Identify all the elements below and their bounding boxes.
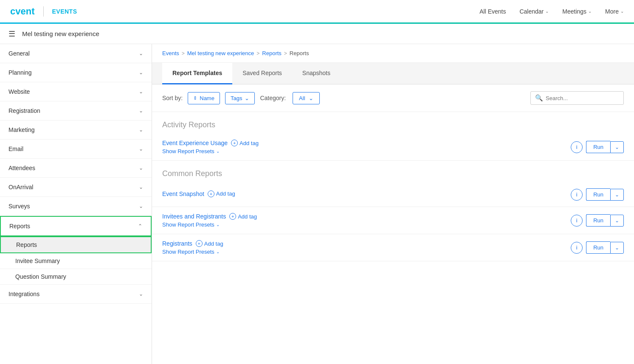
add-tag-registrants[interactable]: + Add tag <box>196 240 223 247</box>
search-input[interactable] <box>546 95 619 101</box>
report-actions-registrants: i Run ⌄ <box>571 241 624 254</box>
search-icon: 🔍 <box>535 94 543 102</box>
main-content: Events > Mel testing new experience > Re… <box>152 44 634 364</box>
report-row-registrants: Registrants + Add tag Show Report Preset… <box>152 234 634 261</box>
integrations-chevron-icon: ⌄ <box>139 291 143 297</box>
sort-label: Sort by: <box>162 95 183 101</box>
reports-chevron-icon: ⌃ <box>138 223 142 229</box>
run-dropdown-event-experience-usage[interactable]: ⌄ <box>610 141 624 153</box>
run-button-registrants[interactable]: Run <box>586 241 610 254</box>
report-content-event-snapshot: Event Snapshot + Add tag <box>162 190 571 199</box>
sidebar-item-surveys[interactable]: Surveys ⌄ <box>0 197 152 216</box>
tabs-bar: Report Templates Saved Reports Snapshots <box>152 63 634 84</box>
breadcrumb-sep-3: > <box>284 50 287 56</box>
add-tag-circle-icon-snapshot: + <box>208 190 214 197</box>
sidebar-item-registration[interactable]: Registration ⌄ <box>0 101 152 120</box>
section-common-reports: Common Reports <box>152 161 634 182</box>
report-row-event-snapshot: Event Snapshot + Add tag i Run ⌄ <box>152 182 634 207</box>
nav-calendar[interactable]: Calendar ⌄ <box>519 8 549 15</box>
sidebar-subitem-invitee-summary[interactable]: Invitee Summary <box>0 253 152 269</box>
info-button-invitees-registrants[interactable]: i <box>571 215 583 227</box>
tab-report-templates[interactable]: Report Templates <box>162 63 232 84</box>
surveys-chevron-icon: ⌄ <box>139 203 143 209</box>
subheader-title: Mel testing new experience <box>22 30 99 37</box>
add-tag-circle-icon: + <box>231 140 238 146</box>
more-chevron-icon: ⌄ <box>620 9 624 14</box>
sidebar-subitem-reports[interactable]: Reports <box>0 236 152 253</box>
report-actions-event-snapshot: i Run ⌄ <box>571 188 624 201</box>
sidebar-item-attendees[interactable]: Attendees ⌄ <box>0 159 152 178</box>
add-tag-circle-icon-invitees: + <box>229 213 236 220</box>
breadcrumb: Events > Mel testing new experience > Re… <box>152 44 634 63</box>
logo-vent: vent <box>15 6 34 17</box>
nav-meetings[interactable]: Meetings ⌄ <box>562 8 592 15</box>
sidebar: General ⌄ Planning ⌄ Website ⌄ Registrat… <box>0 44 152 364</box>
sidebar-item-planning[interactable]: Planning ⌄ <box>0 63 152 82</box>
presets-chevron-icon-invitees: ⌄ <box>216 222 220 227</box>
info-button-registrants[interactable]: i <box>571 242 583 254</box>
tags-dropdown[interactable]: Tags ⌄ <box>225 92 255 104</box>
tab-saved-reports[interactable]: Saved Reports <box>232 63 292 84</box>
planning-chevron-icon: ⌄ <box>139 70 143 76</box>
report-row-event-experience-usage: Event Experience Usage + Add tag Show Re… <box>152 134 634 161</box>
breadcrumb-mel[interactable]: Mel testing new experience <box>187 50 254 56</box>
logo-c: c <box>10 6 15 17</box>
report-name-invitees-registrants[interactable]: Invitees and Registrants <box>162 213 226 220</box>
report-actions-event-experience-usage: i Run ⌄ <box>571 141 624 153</box>
report-actions-invitees-registrants: i Run ⌄ <box>571 214 624 227</box>
nav-more[interactable]: More ⌄ <box>605 8 624 15</box>
show-presets-invitees-registrants[interactable]: Show Report Presets ⌄ <box>162 221 571 228</box>
marketing-chevron-icon: ⌄ <box>139 127 143 133</box>
sidebar-item-website[interactable]: Website ⌄ <box>0 82 152 101</box>
report-name-event-experience-usage[interactable]: Event Experience Usage <box>162 140 228 146</box>
breadcrumb-sep-2: > <box>256 50 259 56</box>
sidebar-item-general[interactable]: General ⌄ <box>0 44 152 63</box>
nav-links: All Events Calendar ⌄ Meetings ⌄ More ⌄ <box>479 8 624 15</box>
run-group-event-snapshot: Run ⌄ <box>586 188 624 201</box>
sidebar-item-reports-parent[interactable]: Reports ⌃ <box>0 216 152 236</box>
breadcrumb-reports-2: Reports <box>290 50 309 56</box>
breadcrumb-events[interactable]: Events <box>162 50 179 56</box>
run-dropdown-registrants[interactable]: ⌄ <box>610 242 624 254</box>
filters-bar: Sort by: ⇕ Name Tags ⌄ Category: All ⌄ 🔍 <box>152 84 634 112</box>
sidebar-item-email[interactable]: Email ⌄ <box>0 140 152 159</box>
category-label: Category: <box>260 95 286 101</box>
meetings-chevron-icon: ⌄ <box>588 9 592 14</box>
add-tag-circle-icon-registrants: + <box>196 240 203 247</box>
hamburger-icon[interactable]: ☰ <box>8 29 15 39</box>
info-button-event-experience-usage[interactable]: i <box>571 141 583 153</box>
add-tag-event-snapshot[interactable]: + Add tag <box>208 190 235 197</box>
show-presets-event-experience-usage[interactable]: Show Report Presets ⌄ <box>162 148 571 154</box>
report-content-registrants: Registrants + Add tag Show Report Preset… <box>162 240 571 255</box>
sort-icon: ⇕ <box>193 95 197 101</box>
sort-name-button[interactable]: ⇕ Name <box>188 92 220 104</box>
logo-area: cvent EVENTS <box>10 6 77 17</box>
report-name-event-snapshot[interactable]: Event Snapshot <box>162 190 204 197</box>
run-group-invitees-registrants: Run ⌄ <box>586 214 624 227</box>
sidebar-item-marketing[interactable]: Marketing ⌄ <box>0 120 152 140</box>
section-activity-reports: Activity Reports <box>152 112 634 134</box>
subheader: ☰ Mel testing new experience <box>0 24 634 44</box>
sidebar-subitem-question-summary[interactable]: Question Summary <box>0 269 152 285</box>
run-button-event-experience-usage[interactable]: Run <box>586 141 610 153</box>
report-name-registrants[interactable]: Registrants <box>162 240 192 247</box>
run-dropdown-invitees-registrants[interactable]: ⌄ <box>610 215 624 227</box>
email-chevron-icon: ⌄ <box>139 146 143 152</box>
logo-divider <box>43 6 44 17</box>
add-tag-invitees-registrants[interactable]: + Add tag <box>229 213 257 220</box>
add-tag-event-experience-usage[interactable]: + Add tag <box>231 140 259 146</box>
category-dropdown[interactable]: All ⌄ <box>293 92 319 104</box>
info-button-event-snapshot[interactable]: i <box>571 189 583 201</box>
run-button-event-snapshot[interactable]: Run <box>586 188 610 201</box>
cvent-logo: cvent <box>10 6 35 17</box>
tab-snapshots[interactable]: Snapshots <box>292 63 341 84</box>
events-label: EVENTS <box>52 8 77 15</box>
show-presets-registrants[interactable]: Show Report Presets ⌄ <box>162 249 571 255</box>
run-button-invitees-registrants[interactable]: Run <box>586 214 610 227</box>
sidebar-item-onarrival[interactable]: OnArrival ⌄ <box>0 178 152 197</box>
sidebar-item-integrations[interactable]: Integrations ⌄ <box>0 285 152 304</box>
run-dropdown-event-snapshot[interactable]: ⌄ <box>610 189 624 201</box>
breadcrumb-reports-1[interactable]: Reports <box>262 50 282 56</box>
report-row-invitees-registrants: Invitees and Registrants + Add tag Show … <box>152 207 634 234</box>
nav-all-events[interactable]: All Events <box>479 8 506 15</box>
